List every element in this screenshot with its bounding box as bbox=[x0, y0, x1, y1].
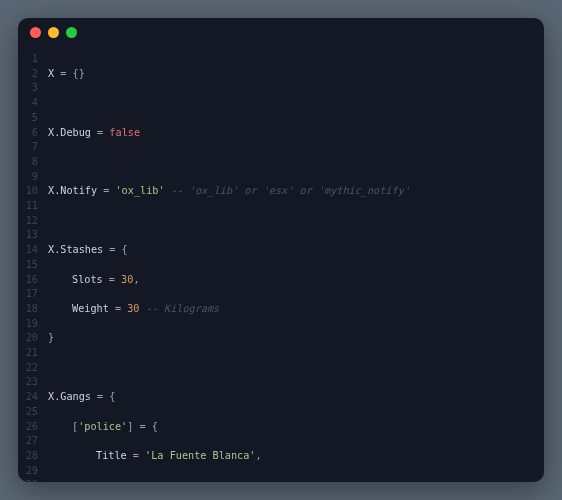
code-token: X.Gangs bbox=[48, 391, 97, 402]
line-number: 29 bbox=[18, 464, 38, 479]
code-token: Title bbox=[96, 450, 133, 461]
code-token: X bbox=[48, 68, 60, 79]
line-number: 25 bbox=[18, 405, 38, 420]
line-number: 17 bbox=[18, 287, 38, 302]
code-line bbox=[48, 361, 544, 376]
code-token: 'ox_lib' bbox=[115, 185, 164, 196]
line-number: 15 bbox=[18, 258, 38, 273]
line-number: 23 bbox=[18, 375, 38, 390]
line-number: 22 bbox=[18, 361, 38, 376]
line-number: 18 bbox=[18, 302, 38, 317]
minimize-icon[interactable] bbox=[48, 27, 59, 38]
line-number: 19 bbox=[18, 317, 38, 332]
code-line bbox=[48, 155, 544, 170]
code-token: } bbox=[48, 332, 54, 343]
code-window: 1234567891011121314151617181920212223242… bbox=[18, 18, 544, 482]
line-number: 3 bbox=[18, 81, 38, 96]
code-line bbox=[48, 96, 544, 111]
close-icon[interactable] bbox=[30, 27, 41, 38]
line-number: 1 bbox=[18, 52, 38, 67]
line-number: 16 bbox=[18, 273, 38, 288]
code-token: false bbox=[109, 127, 140, 138]
code-token: 30 bbox=[127, 303, 139, 314]
code-content[interactable]: X = {} X.Debug = false X.Notify = 'ox_li… bbox=[48, 52, 544, 472]
code-token: X.Stashes bbox=[48, 244, 109, 255]
line-number: 10 bbox=[18, 184, 38, 199]
code-token: Slots bbox=[72, 274, 109, 285]
code-token: 'police' bbox=[78, 421, 127, 432]
line-number: 13 bbox=[18, 228, 38, 243]
code-token: Weight bbox=[72, 303, 115, 314]
code-token: {} bbox=[66, 68, 84, 79]
titlebar bbox=[18, 18, 544, 46]
line-number-gutter: 1234567891011121314151617181920212223242… bbox=[18, 52, 48, 472]
code-token: X.Notify bbox=[48, 185, 103, 196]
line-number: 12 bbox=[18, 214, 38, 229]
code-token: X.Debug bbox=[48, 127, 97, 138]
code-comment: -- 'ox_lib' or 'esx' or 'mythic_notify' bbox=[165, 185, 410, 196]
line-number: 30 bbox=[18, 478, 38, 482]
line-number: 27 bbox=[18, 434, 38, 449]
line-number: 14 bbox=[18, 243, 38, 258]
code-comment: -- Kilograms bbox=[146, 303, 220, 314]
line-number: 5 bbox=[18, 111, 38, 126]
line-number: 20 bbox=[18, 331, 38, 346]
line-number: 2 bbox=[18, 67, 38, 82]
line-number: 4 bbox=[18, 96, 38, 111]
code-token: 30 bbox=[121, 274, 133, 285]
line-number: 9 bbox=[18, 170, 38, 185]
code-line bbox=[48, 214, 544, 229]
line-number: 24 bbox=[18, 390, 38, 405]
line-number: 26 bbox=[18, 420, 38, 435]
line-number: 8 bbox=[18, 155, 38, 170]
line-number: 11 bbox=[18, 199, 38, 214]
zoom-icon[interactable] bbox=[66, 27, 77, 38]
line-number: 21 bbox=[18, 346, 38, 361]
line-number: 7 bbox=[18, 140, 38, 155]
code-token: 'La Fuente Blanca' bbox=[145, 450, 255, 461]
line-number: 28 bbox=[18, 449, 38, 464]
line-number: 6 bbox=[18, 126, 38, 141]
code-editor[interactable]: 1234567891011121314151617181920212223242… bbox=[18, 46, 544, 482]
